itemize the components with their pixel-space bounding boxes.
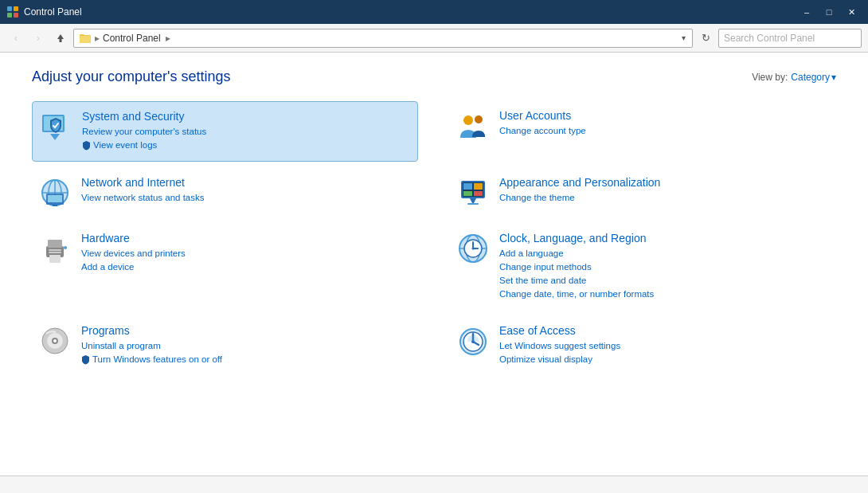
- appearance-name[interactable]: Appearance and Personalization: [499, 176, 830, 189]
- minimize-button[interactable]: –: [796, 4, 817, 20]
- category-network-internet[interactable]: Network and Internet View network status…: [32, 168, 418, 217]
- view-by-arrow-icon: ▾: [831, 72, 836, 83]
- hardware-text: Hardware View devices and printers Add a…: [81, 232, 412, 275]
- svg-rect-0: [7, 6, 12, 11]
- title-bar: Control Panel – □ ✕: [0, 0, 868, 24]
- address-dropdown-button[interactable]: ▾: [680, 33, 687, 42]
- system-security-name[interactable]: System and Security: [82, 110, 411, 123]
- category-appearance[interactable]: Appearance and Personalization Change th…: [450, 168, 836, 217]
- close-button[interactable]: ✕: [841, 4, 862, 20]
- user-accounts-name[interactable]: User Accounts: [499, 109, 830, 122]
- change-input-methods-link[interactable]: Change input methods: [499, 260, 830, 274]
- page-header: Adjust your computer's settings View by:…: [32, 68, 836, 85]
- category-ease-of-access[interactable]: Ease of Access Let Windows suggest setti…: [450, 316, 836, 375]
- address-bar[interactable]: ▸ Control Panel ▸ ▾: [73, 29, 693, 48]
- clock-language-sub: Add a language Change input methods Set …: [499, 247, 830, 302]
- shield-icon-small: [82, 140, 91, 151]
- category-hardware[interactable]: Hardware View devices and printers Add a…: [32, 224, 418, 310]
- programs-icon: [38, 324, 72, 358]
- hardware-name[interactable]: Hardware: [81, 232, 412, 245]
- svg-rect-2: [7, 13, 12, 18]
- up-button[interactable]: [51, 29, 70, 48]
- svg-rect-22: [474, 191, 483, 196]
- category-clock-language[interactable]: Clock, Language, and Region Add a langua…: [450, 224, 836, 310]
- svg-rect-28: [49, 255, 61, 263]
- view-by-value-text: Category: [791, 72, 830, 83]
- programs-text: Programs Uninstall a program Turn Window…: [81, 324, 412, 367]
- network-internet-sub: View network status and tasks: [81, 191, 412, 205]
- back-button[interactable]: ‹: [6, 29, 25, 48]
- svg-rect-27: [48, 240, 62, 248]
- svg-rect-25: [49, 249, 61, 251]
- optimize-visual-display-link[interactable]: Optimize visual display: [499, 353, 830, 366]
- change-theme-link[interactable]: Change the theme: [499, 191, 830, 205]
- address-path: Control Panel: [103, 33, 161, 44]
- svg-rect-3: [14, 13, 18, 18]
- category-programs[interactable]: Programs Uninstall a program Turn Window…: [32, 316, 418, 375]
- system-security-text: System and Security Review your computer…: [82, 110, 411, 153]
- svg-rect-15: [48, 195, 62, 202]
- ease-of-access-icon: [456, 324, 490, 358]
- set-time-date-link[interactable]: Set the time and date: [499, 274, 830, 288]
- programs-sub: Uninstall a program Turn Windows feature…: [81, 339, 412, 367]
- clock-language-text: Clock, Language, and Region Add a langua…: [499, 232, 830, 302]
- address-path-separator: ▸: [166, 33, 170, 44]
- address-separator: ▸: [95, 33, 100, 44]
- svg-rect-26: [49, 252, 61, 253]
- review-status-link[interactable]: Review your computer's status: [82, 125, 411, 139]
- ease-of-access-name[interactable]: Ease of Access: [499, 324, 830, 337]
- view-devices-printers-link[interactable]: View devices and printers: [81, 247, 412, 260]
- maximize-button[interactable]: □: [819, 4, 839, 20]
- clock-language-name[interactable]: Clock, Language, and Region: [499, 232, 830, 245]
- system-security-icon: [39, 110, 72, 143]
- uninstall-program-link[interactable]: Uninstall a program: [81, 339, 412, 353]
- svg-rect-19: [463, 183, 472, 190]
- svg-rect-16: [53, 205, 57, 206]
- change-account-type-link[interactable]: Change account type: [499, 124, 830, 138]
- view-by-control: View by: Category ▾: [752, 72, 836, 83]
- svg-point-8: [475, 115, 483, 123]
- category-system-security[interactable]: System and Security Review your computer…: [32, 101, 418, 162]
- turn-windows-features-link[interactable]: Turn Windows features on or off: [81, 353, 412, 366]
- svg-rect-23: [467, 203, 479, 205]
- svg-rect-20: [474, 183, 483, 190]
- svg-point-7: [463, 115, 473, 125]
- forward-button[interactable]: ›: [29, 29, 48, 48]
- add-device-link[interactable]: Add a device: [81, 260, 412, 274]
- change-date-formats-link[interactable]: Change date, time, or number formats: [499, 288, 830, 301]
- window-title: Control Panel: [24, 6, 82, 18]
- svg-point-29: [64, 246, 67, 249]
- svg-point-38: [472, 247, 475, 249]
- network-internet-text: Network and Internet View network status…: [81, 176, 412, 205]
- view-by-label: View by:: [752, 72, 788, 83]
- shield-icon-programs: [81, 354, 90, 365]
- hardware-sub: View devices and printers Add a device: [81, 247, 412, 275]
- view-by-dropdown[interactable]: Category ▾: [791, 72, 836, 83]
- appearance-sub: Change the theme: [499, 191, 830, 205]
- network-internet-name[interactable]: Network and Internet: [81, 176, 412, 189]
- svg-rect-1: [14, 6, 18, 11]
- ease-of-access-text: Ease of Access Let Windows suggest setti…: [499, 324, 830, 367]
- search-bar[interactable]: Search Control Panel: [718, 29, 862, 48]
- window-controls: – □ ✕: [796, 4, 862, 20]
- up-icon: [55, 33, 66, 44]
- category-user-accounts[interactable]: User Accounts Change account type: [450, 101, 836, 162]
- refresh-button[interactable]: ↻: [696, 29, 715, 48]
- let-windows-suggest-link[interactable]: Let Windows suggest settings: [499, 339, 830, 353]
- appearance-icon: [456, 176, 490, 209]
- view-network-status-link[interactable]: View network status and tasks: [81, 191, 412, 205]
- view-event-logs-link[interactable]: View event logs: [82, 139, 411, 152]
- page-title: Adjust your computer's settings: [32, 68, 231, 85]
- navigation-bar: ‹ › ▸ Control Panel ▸ ▾ ↻ Search Control…: [0, 24, 868, 53]
- clock-language-icon: [456, 232, 490, 265]
- network-internet-icon: [38, 176, 72, 209]
- programs-name[interactable]: Programs: [81, 324, 412, 337]
- status-bar: [0, 475, 868, 493]
- svg-rect-4: [60, 39, 62, 42]
- user-accounts-sub: Change account type: [499, 124, 830, 138]
- user-accounts-text: User Accounts Change account type: [499, 109, 830, 138]
- hardware-icon: [38, 232, 72, 265]
- categories-grid: System and Security Review your computer…: [32, 101, 836, 374]
- title-bar-left: Control Panel: [6, 6, 82, 18]
- add-language-link[interactable]: Add a language: [499, 247, 830, 260]
